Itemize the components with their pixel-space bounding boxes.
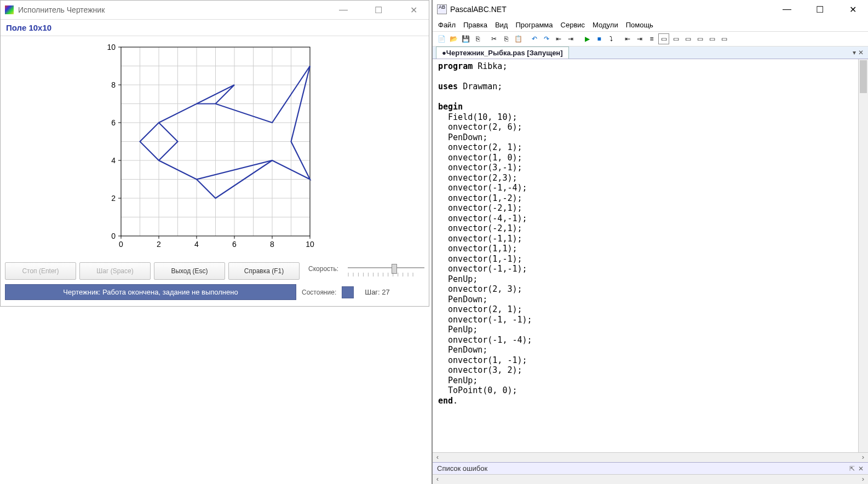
vertical-scrollbar[interactable] bbox=[858, 59, 868, 452]
menu-help[interactable]: Помощь bbox=[626, 21, 653, 29]
format-icon[interactable]: ≡ bbox=[646, 33, 657, 44]
status-message: Чертежник: Работа окончена, задание не в… bbox=[5, 284, 296, 300]
error-panel: Список ошибок ⇱ ✕ ‹ › bbox=[433, 462, 868, 484]
new-file-icon[interactable]: 📄 bbox=[436, 33, 447, 44]
svg-text:8: 8 bbox=[270, 240, 274, 249]
svg-text:2: 2 bbox=[157, 240, 161, 249]
minimize-button[interactable]: — bbox=[332, 5, 354, 15]
pascal-icon: AB bbox=[437, 4, 447, 14]
close-button[interactable]: ✕ bbox=[403, 5, 424, 15]
panel2-icon[interactable]: ▭ bbox=[670, 33, 681, 44]
state-label: Состояние: bbox=[302, 289, 336, 296]
state-indicator bbox=[342, 286, 354, 298]
error-scroll-right-icon[interactable]: › bbox=[858, 475, 868, 484]
nav-back-icon[interactable]: ⇤ bbox=[553, 33, 564, 44]
menu-program[interactable]: Программа bbox=[515, 21, 553, 29]
scroll-left-icon[interactable]: ‹ bbox=[433, 453, 442, 462]
tab-strip: ●Чертежник_Рыбка.pas [Запущен] ▾ ✕ bbox=[433, 47, 868, 59]
left-title: Исполнитель Чертежник bbox=[18, 5, 105, 14]
panel5-icon[interactable]: ▭ bbox=[706, 33, 717, 44]
tab-dropdown-icon[interactable]: ▾ bbox=[853, 49, 856, 56]
scroll-right-icon[interactable]: › bbox=[858, 453, 868, 462]
speed-slider[interactable]: |||||||||||||| bbox=[348, 264, 424, 277]
right-title: PascalABC.NET bbox=[450, 5, 507, 14]
stop-button[interactable]: Стоп (Enter) bbox=[5, 262, 76, 280]
maximize-button[interactable]: ☐ bbox=[367, 5, 389, 15]
drawing-canvas: 02468100246810 bbox=[1, 36, 429, 258]
svg-text:4: 4 bbox=[194, 240, 199, 249]
step-button[interactable]: Шаг (Space) bbox=[79, 262, 151, 280]
right-titlebar[interactable]: AB PascalABC.NET — ☐ ✕ bbox=[433, 0, 868, 19]
menubar: Файл Правка Вид Программа Сервис Модули … bbox=[433, 19, 868, 32]
copy-icon[interactable]: ⎘ bbox=[501, 33, 511, 44]
undo-icon[interactable]: ↶ bbox=[529, 33, 540, 44]
menu-edit[interactable]: Правка bbox=[463, 21, 487, 29]
left-titlebar[interactable]: Исполнитель Чертежник — ☐ ✕ bbox=[1, 1, 429, 19]
status-bar: Чертежник: Работа окончена, задание не в… bbox=[1, 282, 429, 304]
pascal-ide-window: AB PascalABC.NET — ☐ ✕ Файл Правка Вид П… bbox=[432, 0, 868, 484]
svg-text:10: 10 bbox=[107, 43, 116, 51]
field-size-label: Поле 10x10 bbox=[1, 19, 429, 36]
step-into-icon[interactable]: ⤵ bbox=[606, 33, 617, 44]
svg-text:0: 0 bbox=[111, 232, 116, 240]
menu-view[interactable]: Вид bbox=[495, 21, 508, 29]
ide-close-button[interactable]: ✕ bbox=[842, 4, 864, 15]
ide-maximize-button[interactable]: ☐ bbox=[809, 4, 831, 15]
exit-button[interactable]: Выход (Esc) bbox=[154, 262, 225, 280]
error-scrollbar[interactable]: ‹ › bbox=[433, 474, 868, 484]
svg-text:0: 0 bbox=[119, 240, 123, 249]
menu-service[interactable]: Сервис bbox=[561, 21, 585, 29]
svg-text:2: 2 bbox=[111, 194, 116, 203]
save-all-icon[interactable]: ⎘ bbox=[472, 33, 483, 44]
tab-close-icon[interactable]: ✕ bbox=[858, 49, 864, 56]
panel3-icon[interactable]: ▭ bbox=[682, 33, 693, 44]
redo-icon[interactable]: ↷ bbox=[541, 33, 552, 44]
svg-text:8: 8 bbox=[111, 80, 116, 89]
step-counter: Шаг: 27 bbox=[365, 288, 390, 296]
svg-text:6: 6 bbox=[111, 118, 116, 127]
panel6-icon[interactable]: ▭ bbox=[718, 33, 729, 44]
panel4-icon[interactable]: ▭ bbox=[694, 33, 705, 44]
horizontal-scrollbar[interactable]: ‹ › bbox=[433, 452, 868, 462]
svg-text:10: 10 bbox=[306, 240, 314, 249]
toolbar: 📄 📂 💾 ⎘ ✂ ⎘ 📋 ↶ ↷ ⇤ ⇥ ▶ ■ ⤵ ⇤ ⇥ ≡ ▭ ▭ ▭ … bbox=[433, 32, 868, 47]
panel1-icon[interactable]: ▭ bbox=[658, 33, 669, 44]
pin-icon[interactable]: ⇱ bbox=[849, 465, 855, 473]
save-icon[interactable]: 💾 bbox=[460, 33, 471, 44]
open-file-icon[interactable]: 📂 bbox=[448, 33, 459, 44]
tab-file[interactable]: ●Чертежник_Рыбка.pas [Запущен] bbox=[436, 47, 569, 59]
error-close-icon[interactable]: ✕ bbox=[858, 465, 864, 473]
svg-text:4: 4 bbox=[111, 156, 116, 165]
cut-icon[interactable]: ✂ bbox=[488, 33, 499, 44]
menu-file[interactable]: Файл bbox=[438, 21, 456, 29]
help-button[interactable]: Справка (F1) bbox=[228, 262, 300, 280]
error-scroll-left-icon[interactable]: ‹ bbox=[433, 475, 442, 484]
code-editor[interactable]: program Ribka; uses Drawman; begin Field… bbox=[433, 59, 868, 452]
run-icon[interactable]: ▶ bbox=[582, 33, 593, 44]
paste-icon[interactable]: 📋 bbox=[513, 33, 524, 44]
drawman-window: Исполнитель Чертежник — ☐ ✕ Поле 10x10 0… bbox=[0, 0, 429, 307]
error-panel-title: Список ошибок bbox=[437, 464, 487, 473]
indent-left-icon[interactable]: ⇤ bbox=[622, 33, 633, 44]
stop-icon[interactable]: ■ bbox=[594, 33, 605, 44]
app-icon bbox=[5, 5, 14, 14]
code-text[interactable]: program Ribka; uses Drawman; begin Field… bbox=[433, 59, 858, 452]
svg-text:6: 6 bbox=[232, 240, 237, 249]
control-panel: Стоп (Enter) Шаг (Space) Выход (Esc) Спр… bbox=[1, 258, 429, 282]
indent-right-icon[interactable]: ⇥ bbox=[634, 33, 645, 44]
nav-fwd-icon[interactable]: ⇥ bbox=[565, 33, 576, 44]
menu-modules[interactable]: Модули bbox=[593, 21, 618, 29]
ide-minimize-button[interactable]: — bbox=[776, 4, 798, 15]
